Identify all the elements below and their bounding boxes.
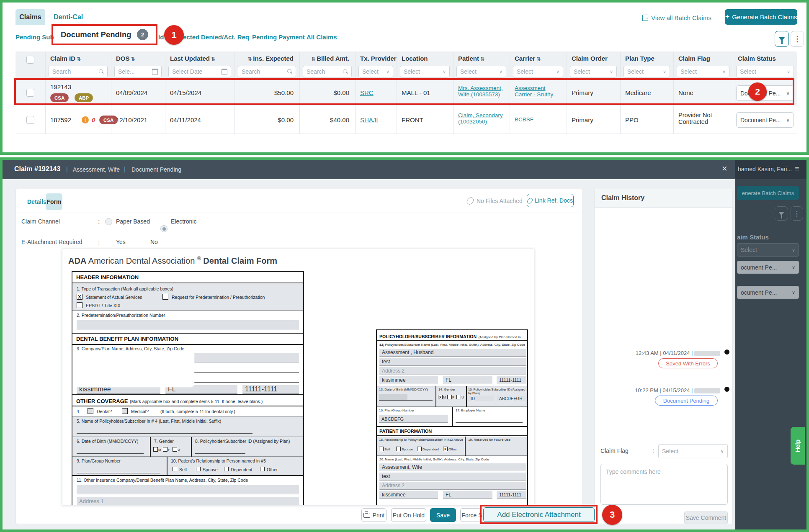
sort-icon[interactable]: ⇅ — [77, 56, 81, 62]
pt-zip-input[interactable]: 11111-1111 — [497, 491, 526, 499]
employer-name-input[interactable] — [456, 422, 523, 423]
pt-city-input[interactable]: kissimmee — [379, 491, 438, 499]
medical-checkbox[interactable] — [122, 408, 128, 414]
filter-claim-flag[interactable]: Select∨ — [677, 66, 729, 77]
col-carrier[interactable]: Carrier⇅ — [515, 55, 542, 62]
ph-zip-input[interactable]: 11111-1111 — [497, 376, 526, 384]
filter-ins-expected[interactable]: Search — [238, 66, 296, 77]
ph-id-input[interactable]: ID — [468, 396, 494, 402]
sort-icon[interactable]: ⇅ — [211, 56, 215, 62]
help-tab[interactable]: Help — [791, 427, 805, 465]
tx-provider-link[interactable]: SHAJI — [360, 116, 378, 123]
tab-details[interactable]: Details — [27, 198, 46, 205]
col-patient[interactable]: Patient⇅ — [458, 55, 486, 62]
ph-gender-u-checkbox[interactable] — [456, 395, 461, 399]
subtab-on-hold[interactable]: ld — [158, 33, 164, 41]
preauth-number-input[interactable] — [77, 320, 299, 330]
sort-icon[interactable]: ⇅ — [311, 56, 315, 62]
ph-address1-input[interactable]: test — [379, 358, 526, 366]
save-comment-button[interactable]: Save Comment — [684, 511, 728, 524]
filter-billed-amt[interactable]: Search — [303, 66, 352, 77]
electronic-radio[interactable] — [160, 225, 167, 232]
col-ins-expected[interactable]: ⇅Ins. Expected — [234, 55, 294, 62]
close-icon[interactable]: × — [722, 163, 727, 174]
comments-textarea[interactable]: Type comments here — [600, 464, 728, 505]
pt-address2-input[interactable]: Address 2 — [379, 482, 526, 490]
pt-state-input[interactable]: FL — [443, 491, 492, 499]
col-location[interactable]: Location — [402, 55, 428, 62]
ph-name-input[interactable]: Assessment , Husband — [379, 349, 526, 357]
col-claim-flag[interactable]: Claim Flag — [678, 55, 710, 62]
pt-other-checkbox[interactable]: X — [443, 447, 448, 451]
tab-denti-cal[interactable]: Denti-Cal — [54, 13, 83, 21]
subtab-all-claims[interactable]: All Claims — [307, 33, 337, 41]
select-all-checkbox[interactable] — [26, 56, 34, 64]
print-button[interactable]: Print — [361, 508, 386, 522]
filter-patient[interactable]: Select∨ — [456, 66, 506, 77]
rel-other-checkbox[interactable] — [260, 467, 265, 471]
ph-subscriber-id-input[interactable]: ABCDEFGH — [497, 396, 526, 402]
view-all-batch-claims-link[interactable]: View all Batch Claims — [642, 14, 711, 21]
pt-name-input[interactable]: Assessment, Wife — [379, 463, 526, 471]
tab-claims[interactable]: Claims — [15, 9, 45, 25]
ph-gender-m-checkbox[interactable]: X — [438, 395, 443, 399]
pt-spouse-checkbox[interactable] — [396, 447, 401, 451]
plan-group-number-input[interactable]: ABCDEFG — [379, 415, 448, 423]
table-row[interactable]: 187592 ! 0 CSA 12/10/2021 04/11/2024 $0.… — [15, 106, 797, 134]
ph-gender-f-checkbox[interactable] — [447, 395, 452, 399]
rel-spouse-checkbox[interactable] — [196, 467, 201, 471]
gender-f-checkbox[interactable] — [163, 447, 167, 452]
subtab-denied[interactable]: Denied/Act. Req — [201, 33, 249, 41]
epsdt-checkbox[interactable] — [77, 302, 82, 308]
plan-group-input[interactable] — [77, 468, 160, 473]
sort-icon[interactable]: ⇅ — [480, 56, 484, 62]
gender-u-checkbox[interactable] — [173, 447, 177, 452]
link-ref-docs-button[interactable]: Link Ref. Docs — [527, 194, 574, 207]
carrier-link[interactable]: BCBSF — [515, 116, 533, 123]
col-claim-status[interactable]: Claim Status — [738, 55, 776, 62]
filter-carrier[interactable]: Select∨ — [513, 66, 563, 77]
predetermination-checkbox[interactable] — [162, 294, 168, 300]
filter-claim-status[interactable]: Select∨ — [736, 66, 794, 77]
pt-self-checkbox[interactable] — [379, 447, 384, 451]
statement-checkbox[interactable]: X — [77, 294, 82, 300]
filter-plan-type[interactable]: Select∨ — [623, 66, 670, 77]
subtab-pending-payment[interactable]: Pending Payment — [252, 33, 305, 41]
ph-address2-input[interactable]: Address 2 — [379, 367, 526, 375]
claim-status-dropdown[interactable]: Document Pe...∨ — [736, 112, 794, 128]
pt-dependent-checkbox[interactable] — [417, 447, 422, 451]
subtab-rejected[interactable]: ected — [183, 33, 199, 41]
col-billed-amt[interactable]: ⇅Billed Amt. — [299, 55, 349, 62]
ph-state-input[interactable]: FL — [443, 376, 492, 384]
row-checkbox[interactable] — [26, 116, 34, 124]
tab-form[interactable]: Form — [46, 193, 62, 210]
more-options-button[interactable]: ⋮ — [791, 31, 804, 47]
col-tx-provider[interactable]: Tx. Provider — [360, 55, 397, 62]
col-claim-id[interactable]: Claim ID⇅ — [50, 55, 82, 62]
put-on-hold-button[interactable]: Put On Hold — [391, 508, 426, 522]
col-plan-type[interactable]: Plan Type — [625, 55, 654, 62]
dental-checkbox[interactable] — [88, 408, 93, 414]
col-claim-order[interactable]: Claim Order — [572, 55, 608, 62]
address1-input[interactable]: Address 1 — [77, 497, 299, 505]
sort-icon[interactable]: ⇅ — [536, 56, 541, 62]
patient-link[interactable]: Claim, Secondary(10032050) — [458, 112, 503, 125]
subscriber-id-input[interactable] — [195, 448, 245, 454]
dob-input[interactable] — [77, 448, 144, 454]
filter-tx-provider[interactable]: Select∨ — [358, 66, 393, 77]
pt-address1-input[interactable]: test — [379, 473, 526, 481]
gender-m-checkbox[interactable] — [153, 447, 158, 452]
rel-self-checkbox[interactable] — [173, 467, 177, 471]
filter-last-updated[interactable]: Select Date — [168, 66, 231, 77]
filter-location[interactable]: Select∨ — [400, 66, 450, 77]
claim-flag-select[interactable]: Select∨ — [658, 444, 728, 458]
rel-dependent-checkbox[interactable] — [224, 467, 229, 471]
ph-city-input[interactable]: kissimmee — [379, 376, 438, 384]
policyholder-name-input[interactable] — [77, 427, 252, 434]
filter-dos[interactable]: Sele... — [114, 66, 162, 77]
sort-icon[interactable]: ⇅ — [247, 56, 252, 62]
generate-batch-claims-button[interactable]: + Generate Batch Claims — [725, 9, 797, 25]
subtab-pending-submission[interactable]: Pending Submission — [15, 33, 54, 41]
other-insurance-input[interactable] — [77, 485, 299, 494]
filter-claim-id[interactable]: Search — [49, 66, 108, 77]
